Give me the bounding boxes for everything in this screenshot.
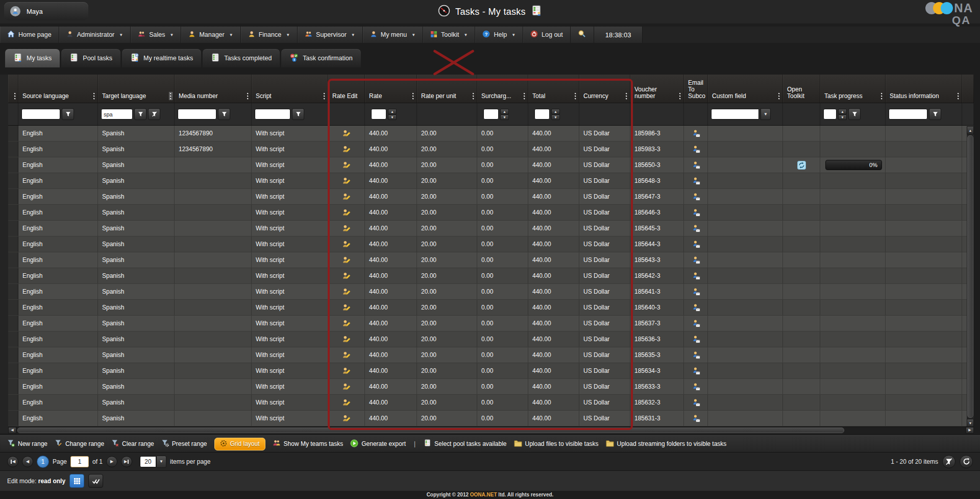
upload-streaming-folders-to-visible-tasks-button[interactable]: Upload streaming folders to visible task…	[606, 440, 727, 448]
task-progress-filter-input[interactable]	[823, 109, 837, 120]
header-rate[interactable]: Rate	[365, 75, 417, 103]
header-rate-per-unit[interactable]: Rate per unit	[417, 75, 477, 103]
new-range-button[interactable]: New range	[7, 439, 47, 448]
email-to-subcontractor-icon[interactable]	[692, 351, 700, 360]
table-row[interactable]: EnglishSpanishWith script440.0020.000.00…	[8, 331, 974, 347]
table-row[interactable]: EnglishSpanishWith script440.0020.000.00…	[8, 236, 974, 252]
last-page-button[interactable]: ▶	[121, 456, 132, 467]
header-status-information[interactable]: Status information	[886, 75, 962, 103]
tab-task-confirmation[interactable]: Task confirmation	[281, 49, 360, 67]
table-row[interactable]: EnglishSpanishWith script440.0020.000.00…	[8, 411, 974, 426]
email-to-subcontractor-icon[interactable]	[692, 303, 700, 312]
page-number-input[interactable]	[70, 456, 89, 467]
surcharge-filter-spinner[interactable]: ▲▼	[500, 109, 509, 120]
spin-up-icon[interactable]: ▲	[500, 109, 509, 114]
rate-edit-icon[interactable]	[342, 414, 351, 423]
header-voucher-number[interactable]: Voucher number	[630, 75, 684, 103]
rate-edit-icon[interactable]	[342, 335, 351, 344]
tab-pool-tasks[interactable]: Pool tasks	[61, 49, 120, 67]
email-to-subcontractor-icon[interactable]	[692, 129, 700, 138]
status-filter-funnel-button[interactable]	[929, 108, 941, 120]
column-menu-icon[interactable]	[247, 92, 249, 100]
table-row[interactable]: EnglishSpanishWith script440.0020.000.00…	[8, 363, 974, 379]
column-menu-icon[interactable]	[625, 92, 628, 100]
select-pool-tasks-available-button[interactable]: Select pool tasks available	[424, 439, 506, 448]
header-surcharge[interactable]: Surcharg...	[477, 75, 528, 103]
table-row[interactable]: EnglishSpanish1234567890With script440.0…	[8, 141, 974, 157]
surcharge-filter-input[interactable]	[483, 109, 499, 120]
first-page-button[interactable]: ◀	[7, 456, 18, 467]
table-row[interactable]: EnglishSpanishWith script440.0020.000.00…	[8, 284, 974, 300]
page-size-dropdown-button[interactable]: ▼	[156, 456, 166, 468]
column-menu-icon[interactable]	[778, 92, 780, 100]
vertical-scroll-thumb[interactable]	[967, 135, 973, 418]
target-filter-funnel-button[interactable]	[134, 108, 146, 120]
task-progress-filter-funnel-button[interactable]	[848, 108, 861, 120]
table-row[interactable]: EnglishSpanishWith script440.0020.000.00…	[8, 300, 974, 316]
tab-my-tasks[interactable]: My tasks	[5, 49, 60, 67]
rate-edit-icon[interactable]	[342, 288, 351, 296]
spin-down-icon[interactable]: ▼	[500, 114, 509, 120]
rate-edit-icon[interactable]	[342, 193, 351, 201]
table-row[interactable]: EnglishSpanishWith script440.0020.000.00…	[8, 347, 974, 363]
header-email-to-subcontractor[interactable]: Email To Subcont	[684, 75, 708, 103]
script-filter-input[interactable]	[255, 109, 290, 120]
menu-log-out[interactable]: Log out	[523, 27, 571, 43]
change-range-button[interactable]: Change range	[55, 439, 104, 448]
menu-administrator[interactable]: Administrator▼	[59, 27, 131, 43]
horizontal-scroll-thumb[interactable]	[17, 427, 844, 433]
show-my-teams-tasks-button[interactable]: Show My teams tasks	[273, 439, 344, 448]
column-menu-icon[interactable]	[880, 92, 883, 100]
menu-manager[interactable]: Manager▼	[181, 27, 240, 43]
email-to-subcontractor-icon[interactable]	[692, 414, 700, 423]
rate-edit-icon[interactable]	[342, 145, 351, 154]
spin-up-icon[interactable]: ▲	[838, 109, 847, 114]
grid-view-button[interactable]	[69, 474, 84, 488]
header-total[interactable]: Total	[528, 75, 579, 103]
header-target-language[interactable]: Target language	[98, 75, 175, 103]
scroll-left-icon[interactable]: ◀	[8, 427, 16, 434]
spin-down-icon[interactable]: ▼	[838, 114, 847, 120]
rate-edit-icon[interactable]	[342, 367, 351, 375]
table-row[interactable]: EnglishSpanishWith script440.0020.000.00…	[8, 268, 974, 284]
tab-tasks-completed[interactable]: Tasks completed	[203, 49, 280, 67]
email-to-subcontractor-icon[interactable]	[692, 145, 700, 154]
rate-filter-input[interactable]	[371, 109, 386, 120]
page-size-input[interactable]	[140, 456, 156, 467]
status-information-filter-input[interactable]	[889, 109, 927, 120]
rate-edit-icon[interactable]	[342, 224, 351, 233]
email-to-subcontractor-icon[interactable]	[692, 288, 700, 296]
custom-field-filter-input[interactable]	[711, 109, 759, 120]
spin-down-icon[interactable]: ▼	[388, 114, 397, 120]
header-row-menu[interactable]	[8, 75, 18, 103]
header-open-toolkit[interactable]: Open Toolkit	[783, 75, 820, 103]
scroll-right-icon[interactable]: ▶	[966, 427, 974, 434]
target-filter-clear-button[interactable]	[148, 108, 160, 120]
email-to-subcontractor-icon[interactable]	[692, 256, 700, 265]
header-source-language[interactable]: Source language	[18, 75, 98, 103]
email-to-subcontractor-icon[interactable]	[692, 208, 700, 217]
upload-files-to-visible-tasks-button[interactable]: Upload files to visible tasks	[514, 440, 599, 448]
clear-filters-button[interactable]	[942, 455, 955, 468]
target-language-filter-input[interactable]	[101, 109, 133, 120]
menu-toolkit[interactable]: Toolkit▼	[423, 27, 475, 43]
header-currency[interactable]: Currency	[579, 75, 630, 103]
tab-my-realtime-tasks[interactable]: My realtime tasks	[122, 49, 201, 67]
table-row[interactable]: EnglishSpanishWith script440.0020.000.00…	[8, 379, 974, 395]
previous-page-button[interactable]: ◀	[22, 456, 33, 467]
menu-finance[interactable]: Finance▼	[241, 27, 298, 43]
rate-filter-spinner[interactable]: ▲▼	[388, 109, 397, 120]
rate-edit-icon[interactable]	[342, 398, 351, 407]
total-filter-input[interactable]	[534, 109, 550, 120]
menu-sales[interactable]: Sales▼	[131, 27, 181, 43]
header-task-progress[interactable]: Task progress	[820, 75, 886, 103]
menu-home-page[interactable]: Home page	[0, 27, 59, 43]
table-row[interactable]: EnglishSpanish1234567890With script440.0…	[8, 126, 974, 141]
spin-up-icon[interactable]: ▲	[551, 109, 560, 114]
email-to-subcontractor-icon[interactable]	[692, 319, 700, 328]
column-menu-icon[interactable]	[574, 92, 577, 100]
column-menu-icon[interactable]	[679, 92, 681, 100]
menu-supervisor[interactable]: Supervisor▼	[298, 27, 363, 43]
rate-edit-icon[interactable]	[342, 208, 351, 217]
table-row[interactable]: EnglishSpanishWith script440.0020.000.00…	[8, 189, 974, 205]
